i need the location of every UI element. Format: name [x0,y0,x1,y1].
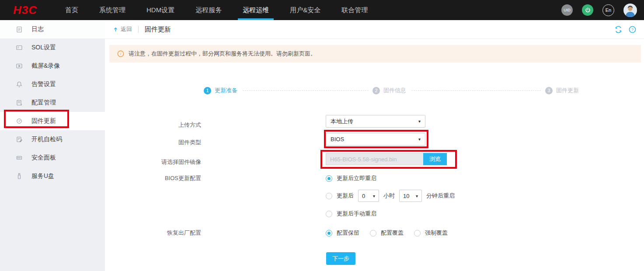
power-icon [585,7,591,14]
minute-value: 10 [403,193,409,199]
firmware-type-label: 固件类型 [79,136,201,149]
sidebar-item-label: 安全面板 [31,154,56,162]
step-2-firmware-info: 2 固件信息 [372,87,406,94]
bios-update-config-label: BIOS更新配置 [79,172,201,184]
firmware-type-select[interactable]: BIOS ▾ [326,133,425,146]
step-1-number: 1 [204,87,211,94]
nav-item-remote-ops[interactable]: 远程运维 [235,0,276,20]
language-button[interactable]: En [602,4,614,16]
hour-select[interactable]: 0 ▾ [358,190,379,202]
next-step-button[interactable]: 下一步 [326,252,355,265]
breadcrumb-divider [138,26,139,33]
nav-item-system-mgmt[interactable]: 系统管理 [92,0,133,20]
nav-right-actions: UID En [561,0,637,20]
step-3-number: 3 [545,87,553,94]
sidebar-item-screen-record[interactable]: 截屏&录像 [0,57,105,75]
power-button[interactable] [582,4,593,16]
screen-record-icon [16,63,23,69]
warning-banner: i 请注意，在固件更新过程中，部分网页和服务将无法使用。请勿刷新页面。 [109,45,641,63]
sol-icon [16,44,23,51]
usb-drive-icon [16,173,23,180]
upload-method-label: 上传方式 [79,118,201,131]
firmware-update-icon [16,118,23,125]
upload-method-value: 本地上传 [331,118,353,125]
svg-text:?: ? [631,27,634,31]
minute-unit-label: 分钟后重启 [426,192,455,200]
radio-restart-manually[interactable] [326,211,332,217]
sidebar-item-label: 告警设置 [31,80,56,88]
restart-delayed-prefix: 更新后 [337,192,354,200]
security-panel-icon [16,154,23,161]
nav-item-hdm-settings[interactable]: HDM设置 [139,0,182,20]
nav-item-home[interactable]: 首页 [58,0,86,20]
warning-text: 请注意，在固件更新过程中，部分网页和服务将无法使用。请勿刷新页面。 [129,50,316,58]
step-connector-2 [411,90,541,91]
user-avatar[interactable] [623,3,637,17]
svg-text:i: i [120,52,122,56]
content-header: 返回 固件更新 ? [105,20,644,39]
radio-restart-immediately[interactable] [326,175,332,182]
sidebar-item-label: 截屏&录像 [31,62,60,70]
info-icon: i [117,50,124,57]
firmware-type-value: BIOS [331,136,344,142]
radio-restart-immediately-label: 更新后立即重启 [337,174,376,182]
hour-unit-label: 小时 [383,192,395,200]
radio-restart-manually-label: 更新后手动重启 [337,210,376,218]
sidebar-item-alarm-settings[interactable]: 告警设置 [0,75,105,94]
config-file-icon [16,99,23,106]
sidebar-item-log[interactable]: 日志 [0,20,105,38]
radio-config-overwrite[interactable] [370,230,376,236]
top-nav-bar: H3C 首页 系统管理 HDM设置 远程服务 远程运维 用户&安全 联合管理 U… [0,0,644,20]
back-arrow-icon [113,27,118,32]
step-2-number: 2 [372,87,380,94]
sidebar-item-label: 日志 [31,25,44,33]
alarm-bell-icon [16,81,23,88]
sidebar-item-config-mgmt[interactable]: 配置管理 [0,94,105,112]
chevron-down-icon: ▾ [416,194,418,198]
refresh-icon[interactable] [615,26,622,33]
radio-force-overwrite[interactable] [414,230,421,236]
page-title: 固件更新 [145,25,171,34]
nav-item-user-security[interactable]: 用户&安全 [282,0,328,20]
back-label: 返回 [121,25,132,33]
header-actions: ? [615,26,636,33]
sidebar-item-label: 固件更新 [31,117,56,125]
stepper: 1 更新准备 2 固件信息 3 固件更新 [105,87,644,95]
chevron-down-icon: ▾ [373,194,375,198]
minute-select[interactable]: 10 ▾ [399,190,422,202]
radio-config-preserve-label: 配置保留 [337,229,359,237]
nav-item-remote-service[interactable]: 远程服务 [188,0,229,20]
sidebar-item-label: 配置管理 [31,99,56,107]
radio-force-overwrite-label: 强制覆盖 [425,229,448,237]
chevron-down-icon: ▾ [418,137,421,142]
hour-value: 0 [362,193,365,199]
nav-item-federation[interactable]: 联合管理 [334,0,375,20]
firmware-image-label: 请选择固件镜像 [79,156,201,168]
h3c-logo: H3C [13,3,55,17]
upload-method-select[interactable]: 本地上传 ▾ [326,115,425,128]
firmware-image-field: H65-BIOS-5.58-signed.bin [326,153,423,165]
factory-config-label: 恢复出厂配置 [79,227,201,239]
log-icon [16,26,23,33]
radio-restart-delayed[interactable] [326,193,332,199]
step-connector-1 [243,90,369,91]
step-3-label: 固件更新 [556,87,579,94]
sidebar-item-label: SOL设置 [31,44,56,52]
help-icon[interactable]: ? [629,26,636,33]
step-3-firmware-update: 3 固件更新 [545,87,579,94]
step-1-label: 更新准备 [215,87,237,94]
top-nav-menu: 首页 系统管理 HDM设置 远程服务 远程运维 用户&安全 联合管理 [55,0,378,20]
post-code-icon [16,136,23,143]
uid-button[interactable]: UID [561,4,573,16]
browse-button[interactable]: 浏览 [423,153,447,165]
radio-config-preserve[interactable] [326,230,332,236]
firmware-update-page: H3C 首页 系统管理 HDM设置 远程服务 远程运维 用户&安全 联合管理 U… [0,0,644,271]
sidebar-item-label: 开机自检码 [31,136,62,143]
step-2-label: 固件信息 [383,87,406,94]
sidebar-item-sol-settings[interactable]: SOL设置 [0,38,105,57]
back-button[interactable]: 返回 [113,25,132,33]
sidebar-item-label: 服务U盘 [31,172,54,180]
chevron-down-icon: ▾ [418,119,421,124]
radio-config-overwrite-label: 配置覆盖 [381,229,404,237]
step-1-update-prepare: 1 更新准备 [204,87,237,94]
